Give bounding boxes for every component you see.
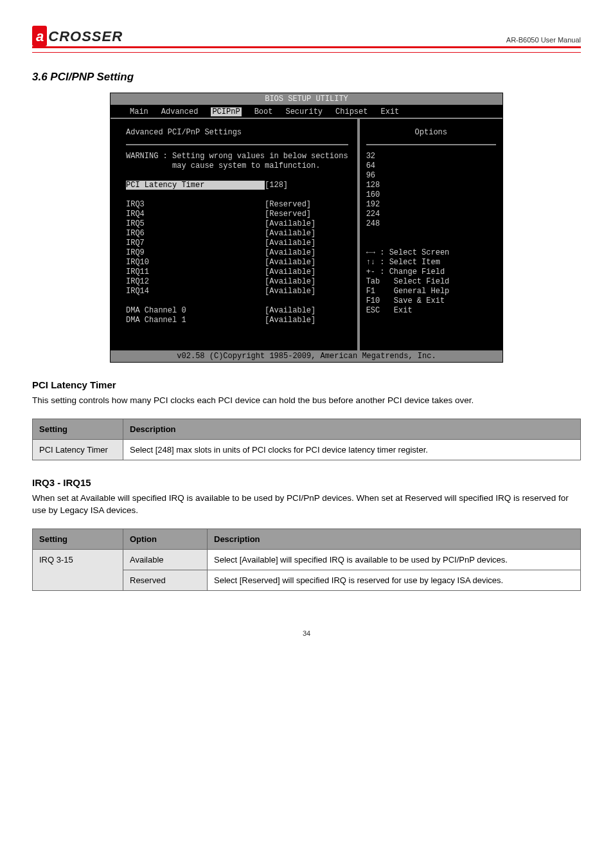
cell-setting: PCI Latency Timer bbox=[33, 439, 123, 460]
header-underline bbox=[32, 52, 581, 53]
section-title: 3.6 PCI/PNP Setting bbox=[32, 71, 581, 84]
irq-heading: IRQ3 - IRQ15 bbox=[32, 477, 581, 488]
bios-blank bbox=[366, 239, 496, 248]
cell-option: Available bbox=[123, 549, 208, 570]
pci-heading: PCI Latency Timer bbox=[32, 379, 581, 390]
cell-description: Select [Reserved] will specified IRQ is … bbox=[208, 570, 581, 590]
bios-setting-irq3[interactable]: IRQ3 [Reserved] bbox=[126, 200, 348, 210]
table-row: Setting Description bbox=[33, 419, 581, 439]
page-number: 34 bbox=[32, 629, 581, 637]
bios-option-248[interactable]: 248 bbox=[366, 219, 496, 229]
bios-options-heading: Options bbox=[366, 128, 496, 138]
bios-option-64[interactable]: 64 bbox=[366, 161, 496, 171]
bios-help-line: F10 Save & Exit bbox=[366, 296, 496, 306]
bios-setting-irq6[interactable]: IRQ6 [Available] bbox=[126, 229, 348, 239]
bios-menu: MainAdvancedPCIPnPBootSecurityChipsetExi… bbox=[111, 105, 502, 119]
bios-setting-irq9[interactable]: IRQ9 [Available] bbox=[126, 248, 348, 258]
bios-menu-chipset[interactable]: Chipset bbox=[335, 107, 368, 116]
pci-text: This setting controls how many PCI clock… bbox=[32, 394, 581, 407]
logo-mark: a bbox=[32, 26, 47, 46]
bios-blank bbox=[126, 190, 348, 200]
bios-footer: v02.58 (C)Copyright 1985-2009, American … bbox=[111, 350, 502, 362]
bios-divider bbox=[366, 144, 496, 145]
table-row: PCI Latency Timer Select [248] max slots… bbox=[33, 439, 581, 460]
col-setting: Setting bbox=[33, 529, 123, 549]
bios-help-line: +- : Change Field bbox=[366, 267, 496, 277]
bios-setting-irq4[interactable]: IRQ4 [Reserved] bbox=[126, 210, 348, 219]
col-option: Option bbox=[123, 529, 208, 549]
bios-option-224[interactable]: 224 bbox=[366, 210, 496, 219]
bios-right-pane: Options 326496128160192224248 ←→ : Selec… bbox=[359, 119, 502, 350]
table-row: IRQ 3-15 Available Select [Available] wi… bbox=[33, 549, 581, 570]
bios-menu-boot[interactable]: Boot bbox=[254, 107, 273, 116]
bios-blank bbox=[366, 229, 496, 239]
bios-selected-row[interactable]: PCI Latency Timer [128] bbox=[126, 181, 348, 190]
bios-setting-dma-channel-0[interactable]: DMA Channel 0 [Available] bbox=[126, 306, 348, 316]
bios-help-line: ↑↓ : Select Item bbox=[366, 258, 496, 267]
bios-option-128[interactable]: 128 bbox=[366, 181, 496, 190]
bios-menu-security[interactable]: Security bbox=[285, 107, 323, 116]
bios-help-line: Tab Select Field bbox=[366, 277, 496, 287]
bios-screenshot: BIOS SETUP UTILITY MainAdvancedPCIPnPBoo… bbox=[110, 93, 503, 363]
bios-setting-irq5[interactable]: IRQ5 [Available] bbox=[126, 219, 348, 229]
product-name: AR-B6050 User Manual bbox=[123, 36, 581, 46]
col-description: Description bbox=[123, 419, 581, 439]
page-header: a CROSSER AR-B6050 User Manual bbox=[32, 26, 581, 48]
bios-option-96[interactable]: 96 bbox=[366, 171, 496, 181]
bios-left-pane: Advanced PCI/PnP Settings WARNING : Sett… bbox=[111, 119, 359, 350]
irq-text: When set at Available will specified IRQ… bbox=[32, 492, 581, 517]
col-description: Description bbox=[208, 529, 581, 549]
bios-setting-irq10[interactable]: IRQ10 [Available] bbox=[126, 258, 348, 267]
bios-divider bbox=[126, 144, 348, 145]
bios-option-192[interactable]: 192 bbox=[366, 200, 496, 210]
cell-setting: IRQ 3-15 bbox=[33, 549, 123, 590]
bios-setting-irq12[interactable]: IRQ12 [Available] bbox=[126, 277, 348, 287]
irq-table: Setting Option Description IRQ 3-15 Avai… bbox=[32, 529, 581, 591]
bios-menu-main[interactable]: Main bbox=[130, 107, 148, 116]
cell-description: Select [Available] will specified IRQ is… bbox=[208, 549, 581, 570]
logo-text: CROSSER bbox=[48, 28, 123, 45]
bios-warning-2: may cause system to malfunction. bbox=[126, 161, 348, 171]
cell-option: Reserved bbox=[123, 570, 208, 590]
col-setting: Setting bbox=[33, 419, 123, 439]
bios-title-bar: BIOS SETUP UTILITY bbox=[111, 93, 502, 105]
bios-setting-dma-channel-1[interactable]: DMA Channel 1 [Available] bbox=[126, 316, 348, 325]
bios-warning-1: WARNING : Setting wrong values in below … bbox=[126, 152, 348, 161]
cell-description: Select [248] max slots in units of PCI c… bbox=[123, 439, 581, 460]
bios-help-line: ESC Exit bbox=[366, 306, 496, 316]
bios-option-32[interactable]: 32 bbox=[366, 152, 496, 161]
table-row: Setting Option Description bbox=[33, 529, 581, 549]
bios-setting-irq7[interactable]: IRQ7 [Available] bbox=[126, 239, 348, 248]
bios-left-heading: Advanced PCI/PnP Settings bbox=[126, 128, 348, 138]
bios-setting-irq11[interactable]: IRQ11 [Available] bbox=[126, 267, 348, 277]
bios-menu-advanced[interactable]: Advanced bbox=[161, 107, 199, 116]
bios-help-line: ←→ : Select Screen bbox=[366, 248, 496, 258]
bios-blank bbox=[126, 171, 348, 181]
bios-menu-exit[interactable]: Exit bbox=[380, 107, 399, 116]
bios-setting-irq14[interactable]: IRQ14 [Available] bbox=[126, 287, 348, 296]
bios-option-160[interactable]: 160 bbox=[366, 190, 496, 200]
pci-table: Setting Description PCI Latency Timer Se… bbox=[32, 419, 581, 460]
bios-help-line: F1 General Help bbox=[366, 287, 496, 296]
bios-blank bbox=[126, 296, 348, 306]
bios-menu-pcipnp[interactable]: PCIPnP bbox=[211, 107, 241, 116]
